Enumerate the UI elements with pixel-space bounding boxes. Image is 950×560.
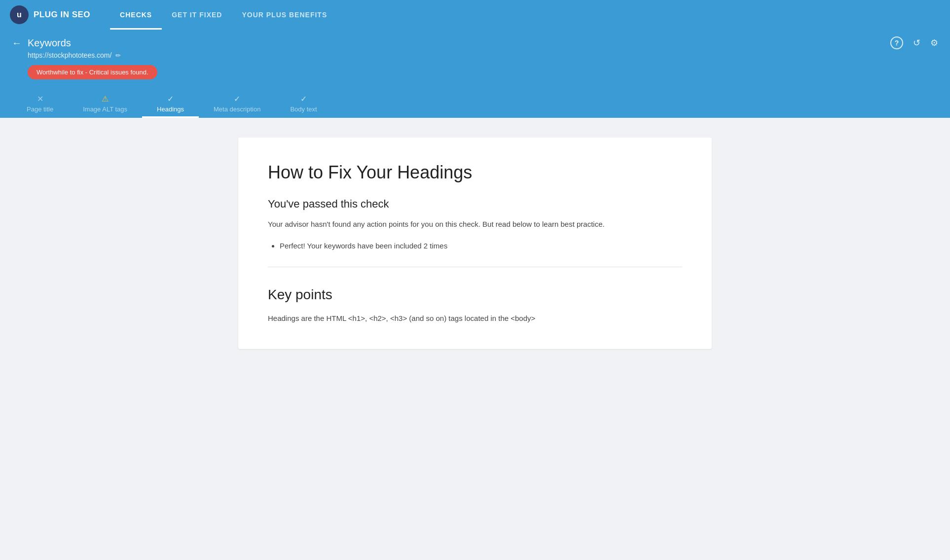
check-tab-body-text[interactable]: ✓ Body text	[275, 89, 331, 118]
intro-paragraph: Your advisor hasn't found any action poi…	[268, 218, 682, 230]
page-title: Keywords	[28, 37, 71, 49]
refresh-icon[interactable]: ↺	[913, 37, 920, 48]
nav-tab-your-plus-benefits[interactable]: YOUR PLUS BENEFITS	[232, 0, 337, 30]
check-tab-meta-description[interactable]: ✓ Meta description	[199, 89, 275, 118]
url-text: https://stockphototees.com/	[28, 51, 111, 59]
nav-tab-checks[interactable]: CHECKS	[110, 0, 162, 30]
nav-tab-get-it-fixed[interactable]: GET IT FIXED	[162, 0, 232, 30]
check-tab-page-title-label: Page title	[27, 105, 53, 113]
nav-tabs: CHECKS GET IT FIXED YOUR PLUS BENEFITS	[110, 0, 337, 30]
check-tab-headings[interactable]: ✓ Headings	[142, 89, 199, 118]
meta-description-icon: ✓	[234, 94, 240, 104]
check-tab-image-alt-tags-label: Image ALT tags	[83, 105, 127, 113]
check-tab-body-text-label: Body text	[290, 105, 317, 113]
content-card: How to Fix Your Headings You've passed t…	[238, 138, 712, 349]
page-title-icon: ✕	[37, 94, 43, 104]
logo[interactable]: u PLUG IN SEO	[10, 5, 90, 24]
top-navigation: u PLUG IN SEO CHECKS GET IT FIXED YOUR P…	[0, 0, 950, 30]
url-row: https://stockphototees.com/ ✏	[28, 51, 938, 59]
settings-icon[interactable]: ⚙	[930, 37, 938, 48]
header-left: ← Keywords	[12, 37, 71, 49]
divider	[268, 267, 682, 267]
check-tab-headings-label: Headings	[157, 105, 184, 113]
logo-plug: PLUG	[34, 10, 60, 19]
logo-text: PLUG IN SEO	[34, 10, 90, 20]
key-points-heading: Key points	[268, 287, 682, 303]
headings-icon: ✓	[167, 94, 174, 104]
bullet-list: Perfect! Your keywords have been include…	[268, 240, 682, 252]
main-content: How to Fix Your Headings You've passed t…	[0, 118, 950, 560]
check-tab-meta-description-label: Meta description	[214, 105, 260, 113]
header-area: ← Keywords ? ↺ ⚙ https://stockphototees.…	[0, 30, 950, 118]
check-tabs: ✕ Page title ⚠ Image ALT tags ✓ Headings…	[12, 89, 938, 118]
main-heading: How to Fix Your Headings	[268, 162, 682, 183]
check-tab-image-alt-tags[interactable]: ⚠ Image ALT tags	[68, 89, 142, 118]
back-button[interactable]: ←	[12, 37, 22, 49]
logo-in: IN	[60, 10, 69, 19]
list-item: Perfect! Your keywords have been include…	[280, 240, 682, 252]
logo-icon: u	[10, 5, 29, 24]
key-points-body: Headings are the HTML <h1>, <h2>, <h3> (…	[268, 313, 682, 324]
image-alt-tags-icon: ⚠	[102, 94, 109, 104]
header-right: ? ↺ ⚙	[890, 36, 938, 49]
help-icon[interactable]: ?	[890, 36, 903, 49]
edit-url-icon[interactable]: ✏	[115, 52, 121, 59]
body-text-icon: ✓	[300, 94, 307, 104]
check-tab-page-title[interactable]: ✕ Page title	[12, 89, 68, 118]
logo-seo: SEO	[69, 10, 90, 19]
passed-subheading: You've passed this check	[268, 198, 682, 210]
status-badge: Worthwhile to fix - Critical issues foun…	[28, 65, 157, 79]
header-top-row: ← Keywords ? ↺ ⚙	[12, 36, 938, 49]
